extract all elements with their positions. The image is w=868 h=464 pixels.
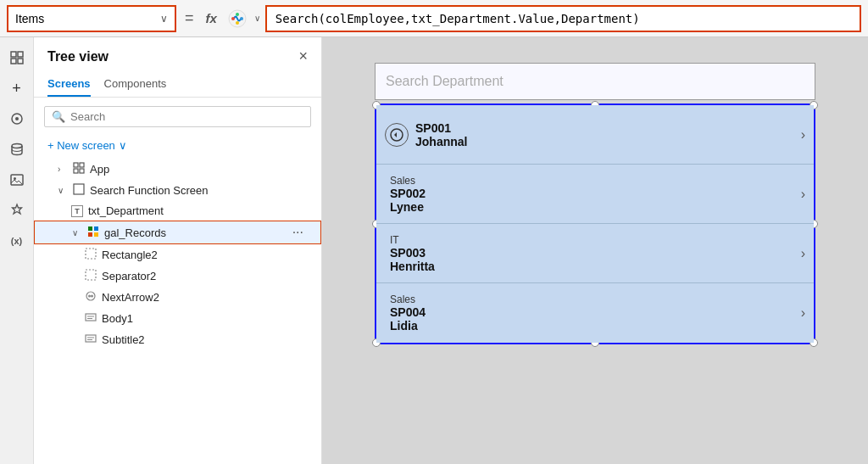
- canvas-area: Search Department: [322, 37, 868, 464]
- app-label: App: [90, 163, 308, 176]
- sidebar-icons: + (x): [0, 37, 34, 464]
- row3-name: Henritta: [390, 260, 801, 273]
- row3-dept: IT: [390, 234, 801, 246]
- database-icon: [9, 142, 25, 157]
- svg-rect-15: [80, 163, 84, 167]
- subtitle2-label: Subtitle2: [102, 333, 308, 346]
- subtitle2-icon: [85, 333, 97, 347]
- tree-item-separator2[interactable]: Separator2: [34, 266, 321, 287]
- screen-icon: [73, 183, 85, 198]
- svg-rect-16: [74, 169, 78, 173]
- tree-item-nextarrow2[interactable]: NextArrow2: [34, 287, 321, 308]
- sidebar-icon-tools[interactable]: [3, 197, 31, 224]
- svg-rect-7: [11, 59, 16, 64]
- row3-id: SP003: [390, 246, 801, 260]
- gallery-row-4[interactable]: Sales SP004 Lidia ›: [376, 283, 814, 343]
- row3-content: IT SP003 Henritta: [385, 234, 801, 273]
- svg-rect-24: [86, 270, 96, 280]
- row4-id: SP004: [390, 305, 801, 319]
- gal-expand-icon: ∨: [72, 228, 82, 238]
- gal-records-label: gal_Records: [104, 226, 284, 239]
- svg-point-11: [12, 144, 22, 148]
- tab-screens[interactable]: Screens: [47, 72, 91, 97]
- tree-item-subtitle2[interactable]: Subtitle2: [34, 329, 321, 350]
- new-screen-button[interactable]: + New screen ∨: [34, 136, 321, 155]
- property-chevron-icon: ∨: [160, 13, 168, 25]
- svg-rect-17: [80, 169, 84, 173]
- row2-dept: Sales: [390, 175, 801, 187]
- tree-item-app[interactable]: › App: [34, 159, 321, 180]
- tab-components[interactable]: Components: [104, 72, 167, 97]
- spark-ai-button[interactable]: [225, 7, 249, 31]
- tools-icon: [9, 203, 25, 218]
- sidebar-icon-variable[interactable]: (x): [3, 227, 31, 254]
- svg-rect-14: [74, 163, 78, 167]
- tree-close-button[interactable]: ×: [298, 48, 308, 65]
- variable-label: (x): [11, 236, 22, 246]
- svg-rect-19: [88, 226, 92, 231]
- sidebar-icon-add[interactable]: +: [3, 75, 31, 102]
- svg-point-10: [15, 117, 19, 120]
- row2-arrow-icon: ›: [801, 187, 805, 202]
- separator2-icon: [85, 269, 97, 283]
- row1-id: SP001: [415, 121, 801, 135]
- rectangle2-icon: [85, 248, 97, 262]
- svg-rect-28: [86, 314, 96, 321]
- row2-name: Lynee: [390, 200, 801, 214]
- media-icon: [9, 172, 25, 187]
- formula-text: Search(colEmployee,txt_Department.Value,…: [275, 12, 640, 25]
- svg-point-27: [91, 295, 93, 298]
- gallery-row-2[interactable]: Sales SP002 Lynee ›: [376, 165, 814, 224]
- spark-chevron-icon[interactable]: ∨: [254, 14, 260, 23]
- svg-point-26: [88, 295, 91, 298]
- svg-point-4: [236, 21, 239, 25]
- app-expand-icon: ›: [58, 165, 68, 174]
- app-icon: [73, 162, 85, 176]
- svg-point-3: [240, 17, 243, 20]
- svg-point-1: [231, 17, 235, 20]
- property-label: Items: [15, 12, 44, 25]
- spark-icon: [227, 8, 248, 29]
- tree-title: Tree view: [47, 49, 108, 64]
- tree-item-txt-department[interactable]: T txt_Department: [34, 201, 321, 221]
- tree-tabs: Screens Components: [34, 72, 321, 98]
- row4-arrow-icon: ›: [801, 305, 805, 321]
- svg-rect-20: [94, 226, 98, 231]
- tree-item-search-function-screen[interactable]: ∨ Search Function Screen: [34, 180, 321, 201]
- gallery-row-1[interactable]: SP001 Johannal ›: [376, 105, 814, 165]
- row2-content: Sales SP002 Lynee: [385, 175, 801, 214]
- layers-icon: [9, 50, 25, 65]
- new-screen-chevron-icon: ∨: [119, 139, 127, 152]
- svg-rect-5: [11, 52, 16, 57]
- property-selector[interactable]: Items ∨: [7, 5, 176, 32]
- tree-panel: Tree view × Screens Components 🔍 + New s…: [34, 37, 322, 464]
- svg-rect-21: [88, 232, 92, 237]
- gallery-records[interactable]: SP001 Johannal › Sales SP002 Lynee ›: [375, 103, 815, 344]
- nextarrow2-label: NextArrow2: [102, 291, 308, 304]
- formula-input[interactable]: Search(colEmployee,txt_Department.Value,…: [265, 5, 861, 32]
- main-layout: + (x): [0, 37, 868, 464]
- tree-search-box[interactable]: 🔍: [44, 106, 311, 127]
- svg-rect-23: [86, 249, 96, 259]
- txt-department-label: txt_Department: [88, 204, 308, 217]
- tree-search-input[interactable]: [70, 110, 303, 123]
- svg-rect-6: [18, 52, 23, 57]
- tree-items: › App ∨ Search Function Screen T txt_Dep…: [34, 155, 321, 464]
- tree-item-rectangle2[interactable]: Rectangle2: [34, 244, 321, 266]
- search-department-input[interactable]: Search Department: [375, 63, 815, 100]
- gallery-row-3[interactable]: IT SP003 Henritta ›: [376, 224, 814, 283]
- sidebar-icon-components[interactable]: [3, 105, 31, 132]
- new-screen-label: + New screen: [47, 139, 115, 152]
- tree-item-gal-records[interactable]: ∨ gal_Records ···: [34, 221, 321, 244]
- row2-id: SP002: [390, 187, 801, 200]
- tree-item-body1[interactable]: Body1: [34, 308, 321, 329]
- row4-name: Lidia: [390, 319, 801, 333]
- rectangle2-label: Rectangle2: [102, 249, 308, 261]
- body1-icon: [85, 311, 97, 326]
- sidebar-icon-layers[interactable]: [3, 44, 31, 71]
- body1-label: Body1: [102, 312, 308, 325]
- gal-records-menu-icon[interactable]: ···: [289, 225, 307, 240]
- sidebar-icon-data[interactable]: [3, 136, 31, 163]
- scroll-icon: [385, 123, 409, 147]
- sidebar-icon-media[interactable]: [3, 166, 31, 193]
